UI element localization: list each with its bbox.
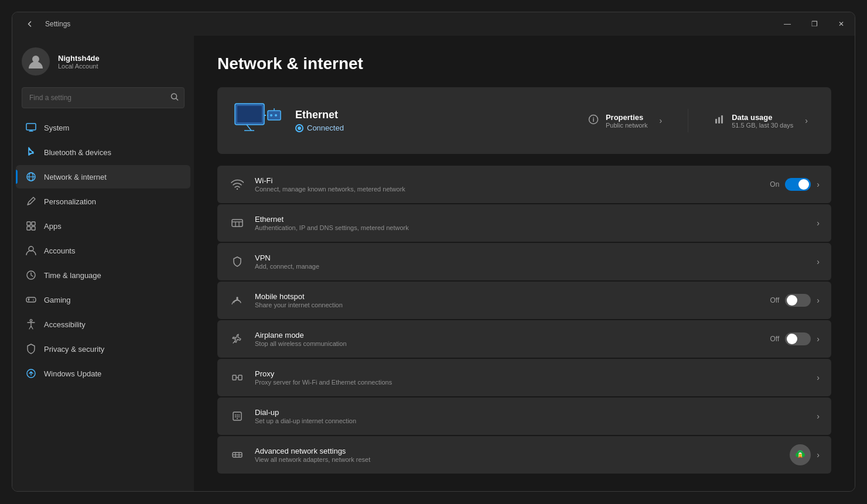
airplane-toggle[interactable] [785,332,811,345]
search-icon [170,93,179,103]
svg-rect-34 [715,119,717,124]
proxy-chevron: › [817,373,820,382]
hotspot-desc: Share your internet connection [255,301,761,308]
advanced-text: Advanced network settings View all netwo… [255,447,780,463]
proxy-title: Proxy [255,369,807,378]
svg-point-29 [275,114,277,116]
sidebar-item-time[interactable]: Time & language [16,263,190,287]
dialup-chevron: › [817,412,820,421]
airplane-toggle-label: Off [770,335,780,343]
vpn-right: › [817,257,820,266]
svg-point-37 [237,188,238,190]
ethernet-title: Ethernet [295,109,569,121]
hotspot-right: Off › [770,294,820,307]
wifi-icon [229,176,245,193]
user-profile[interactable]: Nightsh4de Local Account [12,36,194,85]
properties-chevron: › [659,116,662,125]
status-text: Connected [307,124,344,132]
sidebar-item-bluetooth[interactable]: Bluetooth & devices [16,140,190,164]
avatar [22,47,50,76]
ethernet-item[interactable]: Ethernet Authentication, IP and DNS sett… [217,204,831,242]
sidebar-item-network[interactable]: Network & internet [16,165,190,188]
svg-rect-24 [237,106,262,122]
vpn-icon [229,253,245,270]
hotspot-toggle[interactable] [785,294,811,307]
dialup-item[interactable]: Dial-up Set up a dial-up internet connec… [217,397,831,435]
sidebar-item-system[interactable]: System [16,116,190,139]
svg-rect-42 [237,297,238,300]
airplane-chevron: › [817,334,820,344]
sidebar-label-bluetooth: Bluetooth & devices [44,148,111,157]
sidebar-item-apps[interactable]: Apps [16,214,190,238]
gaming-icon [25,294,37,306]
svg-rect-44 [238,375,242,380]
advanced-item[interactable]: Advanced network settings View all netwo… [217,436,831,474]
dialup-right: › [817,412,820,421]
vpn-text: VPN Add, connect, manage [255,253,807,270]
wifi-right: On › [770,178,820,191]
svg-rect-12 [32,227,35,230]
accessibility-icon [25,318,37,330]
close-button[interactable]: ✕ [828,12,855,36]
proxy-desc: Proxy server for Wi-Fi and Ethernet conn… [255,379,807,386]
airplane-item[interactable]: Airplane mode Stop all wireless communic… [217,320,831,358]
user-type: Local Account [58,63,100,70]
proxy-item[interactable]: Proxy Proxy server for Wi-Fi and Etherne… [217,359,831,396]
svg-rect-15 [26,297,36,302]
svg-point-21 [30,320,32,322]
settings-list: Wi-Fi Connect, manage known networks, me… [217,166,831,474]
content-area: Nightsh4de Local Account [12,36,855,491]
svg-point-19 [33,299,33,300]
hotspot-text: Mobile hotspot Share your internet conne… [255,292,761,308]
page-title: Network & internet [217,54,831,73]
svg-point-20 [33,300,33,301]
svg-rect-3 [26,124,36,130]
svg-rect-10 [32,222,35,225]
search-input[interactable] [22,87,185,108]
svg-rect-38 [232,220,243,227]
data-usage-sub: 51.5 GB, last 30 days [732,122,793,129]
search-box[interactable] [22,87,185,108]
wifi-item[interactable]: Wi-Fi Connect, manage known networks, me… [217,166,831,203]
svg-rect-11 [27,227,30,230]
sidebar-item-update[interactable]: Windows Update [16,362,190,385]
ethernet-actions: i Properties Public network › [581,108,815,133]
maximize-button[interactable]: ❐ [801,12,828,36]
sidebar-item-accessibility[interactable]: Accessibility [16,313,190,336]
svg-point-49 [238,414,240,416]
ethernet-hero-card[interactable]: Ethernet Connected i [217,87,831,154]
sidebar-item-gaming[interactable]: Gaming [16,288,190,311]
hotspot-item[interactable]: Mobile hotspot Share your internet conne… [217,282,831,319]
ethernet-icon [234,99,284,142]
properties-action[interactable]: i Properties Public network › [581,108,669,133]
minimize-button[interactable]: — [774,12,801,36]
sidebar: Nightsh4de Local Account [12,36,194,491]
sidebar-label-system: System [44,124,69,132]
dialup-desc: Set up a dial-up internet connection [255,417,807,424]
dialup-icon [229,408,245,424]
data-usage-icon [714,114,725,128]
sidebar-label-time: Time & language [44,271,101,280]
svg-point-28 [270,114,272,116]
sidebar-item-personalization[interactable]: Personalization [16,190,190,213]
svg-rect-36 [721,115,723,124]
data-usage-chevron: › [805,116,808,125]
sidebar-item-privacy[interactable]: Privacy & security [16,337,190,361]
system-icon [25,122,37,133]
ethernet-text: Ethernet Authentication, IP and DNS sett… [255,215,807,231]
personalization-icon [25,196,37,207]
bluetooth-icon [25,146,37,158]
vpn-item[interactable]: VPN Add, connect, manage › [217,243,831,280]
hotspot-chevron: › [817,296,820,305]
back-button[interactable] [22,16,38,32]
wifi-toggle[interactable] [785,178,811,191]
data-usage-action[interactable]: Data usage 51.5 GB, last 30 days › [707,108,815,133]
svg-point-50 [235,416,236,417]
vpn-desc: Add, connect, manage [255,263,807,270]
sidebar-item-accounts[interactable]: Accounts [16,239,190,262]
proxy-icon [229,369,245,386]
titlebar: Settings — ❐ ✕ [12,12,855,36]
advanced-right: 🧝 › [790,444,820,465]
network-icon [25,171,37,183]
user-name: Nightsh4de [58,54,100,63]
